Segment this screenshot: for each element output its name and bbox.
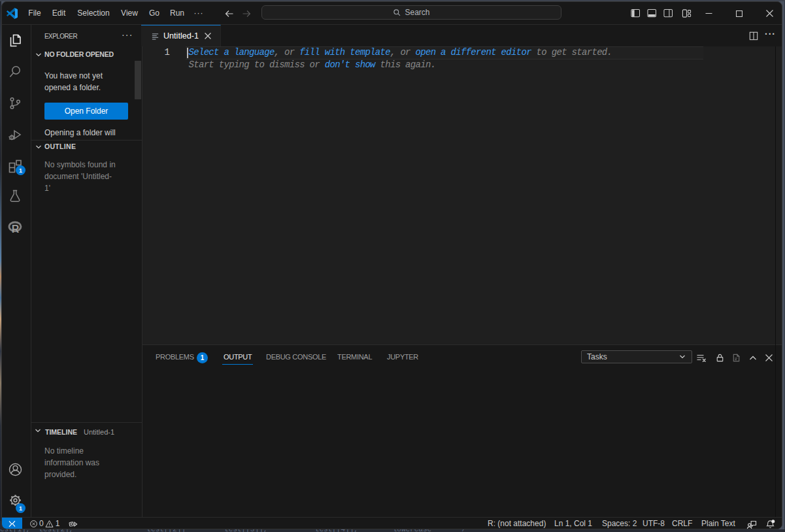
svg-text:R: R [11,224,19,235]
